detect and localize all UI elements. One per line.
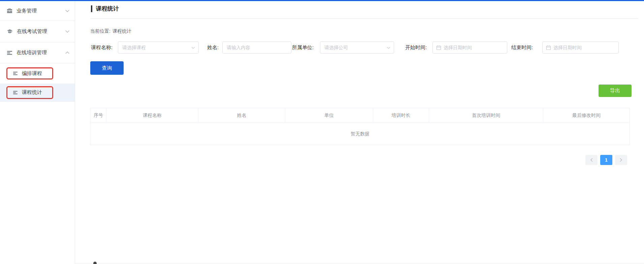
graduation-cap-icon [7,29,13,34]
list-bars-icon [13,91,18,95]
query-button[interactable]: 查询 [90,61,124,75]
chevron-left-icon [590,158,593,162]
page-title-accent-bar [91,5,92,12]
sidebar-item-label: 在线考试管理 [17,28,47,35]
breadcrumb: 当前位置:课程统计 [90,28,133,34]
chevron-down-icon [191,47,195,49]
column-header-name: 姓名 [198,108,285,123]
title-divider [90,19,638,19]
statistics-table: 序号 课程名称 姓名 单位 培训时长 首次培训时间 最后修改时间 暂无数据 [90,108,630,145]
chevron-up-icon [65,52,69,54]
name-field[interactable] [222,41,291,54]
start-time-picker[interactable] [432,41,507,54]
start-time-label: 开始时间: [405,41,427,54]
sidebar-subitem-label: 编排课程 [22,70,42,77]
sidebar-item-label: 在线培训管理 [17,50,47,56]
chevron-down-icon [65,30,69,33]
page-title: 课程统计 [96,5,119,13]
course-name-label: 课程名称: [91,41,112,54]
unit-select[interactable] [320,41,394,54]
table-empty-state: 暂无数据 [90,123,630,145]
column-header-course-name: 课程名称 [106,108,198,123]
bottom-cutoff-dot [93,262,97,264]
pagination-page-1[interactable]: 1 [600,155,612,165]
column-header-first-training-time: 首次培训时间 [429,108,543,123]
calendar-icon [546,45,551,50]
export-button[interactable]: 导出 [599,85,632,97]
course-select[interactable] [118,41,199,54]
sidebar: 业务管理 在线考试管理 在线培训管理 编排课程 课程统计 [0,1,75,264]
end-time-picker[interactable] [542,41,619,54]
start-time-input[interactable] [444,42,504,53]
end-time-input[interactable] [553,42,615,53]
breadcrumb-current: 课程统计 [112,28,131,34]
chevron-down-icon [387,47,390,49]
column-header-index: 序号 [91,108,106,123]
sidebar-subitem-course-statistics[interactable]: 课程统计 [0,84,75,102]
column-header-last-modified-time: 最后修改时间 [543,108,630,123]
sidebar-subitem-label: 课程统计 [22,89,42,96]
list-bars-icon [7,51,12,55]
pagination-prev-button[interactable] [585,155,598,165]
sidebar-item-online-training-management[interactable]: 在线培训管理 [0,42,75,63]
briefcase-icon [7,8,12,13]
end-time-label: 结束时间: [511,41,533,54]
table-header-row: 序号 课程名称 姓名 单位 培训时长 首次培训时间 最后修改时间 [90,108,630,123]
breadcrumb-prefix: 当前位置: [90,28,110,34]
top-accent-bar [0,0,644,1]
sidebar-item-label: 业务管理 [17,8,37,14]
unit-select-input[interactable] [324,42,384,53]
pagination-next-button[interactable] [615,155,627,165]
column-header-training-duration: 培训时长 [373,108,429,123]
chevron-right-icon [620,158,622,162]
list-bars-icon [13,71,18,75]
name-label: 姓名: [207,41,219,54]
bottom-cutoff-divider [75,263,644,264]
name-input[interactable] [227,42,282,53]
sidebar-subitem-arrange-courses[interactable]: 编排课程 [0,63,75,84]
chevron-down-icon [65,10,69,12]
pagination: 1 [585,155,627,165]
calendar-icon [436,45,441,50]
sidebar-item-online-exam-management[interactable]: 在线考试管理 [0,21,75,42]
sidebar-item-business-management[interactable]: 业务管理 [0,1,75,21]
column-header-unit: 单位 [285,108,373,123]
unit-label: 所属单位: [292,41,314,54]
course-select-input[interactable] [122,42,189,53]
